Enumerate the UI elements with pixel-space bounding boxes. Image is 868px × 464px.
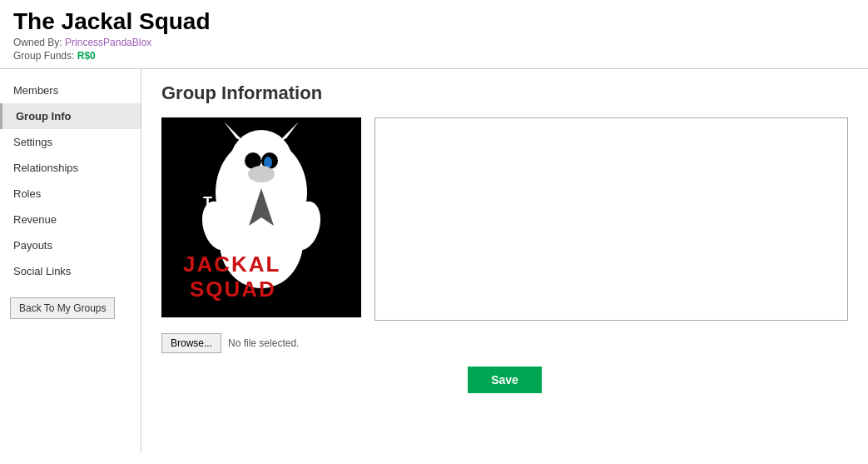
description-textarea[interactable] [374, 117, 848, 321]
save-row: Save [161, 367, 848, 393]
owned-by: Owned By: PrincessPandaBlox [13, 37, 855, 48]
owner-link[interactable]: PrincessPandaBlox [65, 37, 151, 48]
funds-value: R$0 [77, 50, 96, 62]
sidebar: Members Group Info Settings Relationship… [0, 69, 141, 452]
sidebar-item-group-info[interactable]: Group Info [0, 103, 141, 129]
page-title: Group Information [161, 82, 848, 104]
sidebar-item-relationships[interactable]: Relationships [0, 155, 141, 181]
funds-label: Group Funds: [13, 50, 74, 62]
content-area: Group Information [141, 69, 868, 452]
sidebar-item-payouts[interactable]: Payouts [0, 232, 141, 258]
svg-text:JACKAL: JACKAL [183, 252, 280, 277]
group-image: THE JACKAL SQUAD [161, 117, 361, 317]
svg-text:THE: THE [203, 194, 243, 211]
file-row: Browse... No file selected. [161, 333, 848, 353]
group-image-svg: THE JACKAL SQUAD [161, 117, 361, 317]
sidebar-item-members[interactable]: Members [0, 77, 141, 103]
sidebar-item-revenue[interactable]: Revenue [0, 207, 141, 232]
owned-by-label: Owned By: [13, 37, 62, 48]
svg-text:SQUAD: SQUAD [190, 277, 276, 302]
sidebar-item-roles[interactable]: Roles [0, 181, 141, 207]
back-to-groups-button[interactable]: Back To My Groups [10, 297, 115, 319]
header: The Jackal Squad Owned By: PrincessPanda… [0, 0, 868, 69]
svg-point-8 [248, 166, 275, 182]
main-layout: Members Group Info Settings Relationship… [0, 69, 868, 452]
group-funds: Group Funds: R$0 [13, 50, 855, 62]
browse-button[interactable]: Browse... [161, 333, 221, 353]
sidebar-item-social-links[interactable]: Social Links [0, 258, 141, 284]
svg-point-2 [230, 130, 293, 197]
save-button[interactable]: Save [468, 367, 542, 393]
sidebar-item-settings[interactable]: Settings [0, 129, 141, 155]
no-file-label: No file selected. [228, 337, 299, 349]
description-area [374, 117, 848, 323]
group-info-body: THE JACKAL SQUAD [161, 117, 848, 323]
group-title: The Jackal Squad [13, 8, 855, 35]
